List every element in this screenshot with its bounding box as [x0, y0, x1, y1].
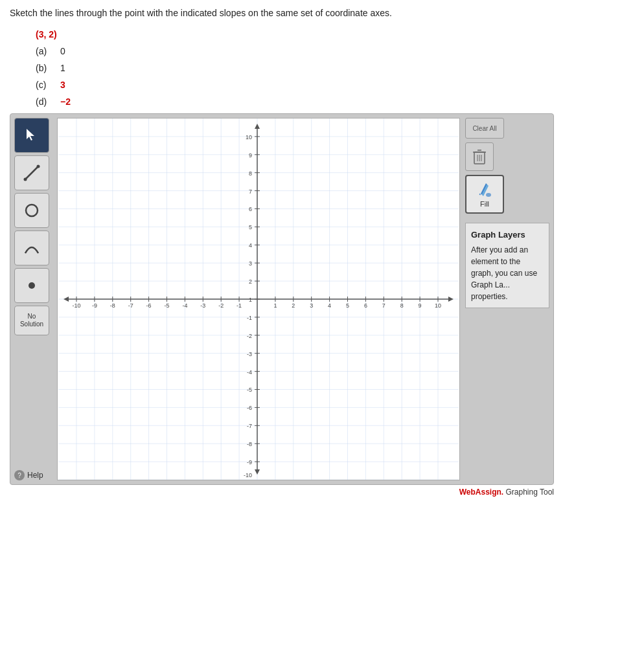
slope-value-d: −2	[60, 96, 71, 107]
svg-text:-7: -7	[247, 423, 252, 429]
svg-text:7: 7	[382, 302, 385, 309]
svg-text:-10: -10	[244, 472, 252, 478]
footer-suffix: Graphing Tool	[506, 488, 555, 497]
graph-svg: -10 -9 -8 -7 -6 -5 -4 -3 -2 -1 1 2 3 4 5…	[58, 118, 459, 480]
delete-button[interactable]	[465, 142, 494, 171]
svg-text:10: 10	[435, 302, 441, 309]
svg-text:10: 10	[246, 134, 252, 140]
parabola-tool-button[interactable]	[14, 230, 49, 265]
svg-text:1: 1	[273, 302, 277, 309]
clear-all-label: Clear All	[472, 125, 496, 132]
svg-text:-8: -8	[247, 441, 252, 447]
svg-text:-4: -4	[182, 302, 187, 309]
graph-layers-panel: Graph Layers After you add an element to…	[465, 223, 549, 308]
slope-label-c: (c)	[36, 80, 55, 90]
circle-icon	[23, 201, 41, 219]
line-icon	[23, 164, 41, 182]
svg-text:-2: -2	[218, 302, 224, 309]
svg-text:-9: -9	[92, 302, 97, 309]
svg-text:-1: -1	[247, 315, 252, 321]
instruction-text: Sketch the lines through the point with …	[10, 6, 634, 20]
svg-text:8: 8	[400, 302, 404, 309]
graph-area[interactable]: -10 -9 -8 -7 -6 -5 -4 -3 -2 -1 1 2 3 4 5…	[57, 118, 460, 480]
svg-line-1	[25, 166, 38, 179]
svg-text:9: 9	[249, 152, 252, 159]
trash-icon	[472, 148, 487, 165]
slope-label-b: (b)	[36, 63, 55, 73]
svg-point-2	[24, 178, 27, 181]
line-tool-button[interactable]	[14, 155, 49, 190]
svg-text:-7: -7	[128, 302, 133, 309]
svg-text:-1: -1	[236, 302, 242, 309]
right-controls: Clear All Fill	[465, 118, 549, 214]
svg-text:-3: -3	[200, 302, 205, 309]
webassign-brand: WebAssign.	[459, 488, 503, 497]
svg-point-3	[37, 165, 40, 168]
svg-text:7: 7	[249, 188, 252, 195]
help-label: Help	[27, 471, 43, 480]
svg-text:5: 5	[249, 224, 252, 230]
svg-point-4	[26, 205, 38, 216]
svg-text:-8: -8	[110, 302, 115, 309]
fill-icon	[476, 181, 494, 199]
slope-row-d: (d) −2	[36, 96, 634, 107]
slope-value-c: 3	[60, 80, 65, 90]
point-label: (3, 2)	[36, 29, 634, 39]
svg-text:4: 4	[328, 302, 331, 309]
svg-text:-10: -10	[73, 302, 81, 309]
svg-text:3: 3	[249, 260, 252, 267]
right-panel: Clear All Fill	[465, 118, 549, 480]
slope-value-b: 1	[60, 63, 65, 73]
clear-all-button[interactable]: Clear All	[465, 118, 504, 139]
svg-text:-6: -6	[146, 302, 152, 309]
graphing-tool: NoSolution ? Help	[10, 113, 554, 485]
slope-value-a: 0	[60, 46, 65, 56]
svg-text:-2: -2	[247, 333, 252, 339]
slope-row-b: (b) 1	[36, 63, 634, 73]
svg-text:5: 5	[346, 302, 349, 309]
graph-layers-text: After you add an element to the graph, y…	[471, 244, 544, 302]
svg-text:4: 4	[249, 242, 252, 249]
svg-text:1: 1	[249, 297, 252, 303]
svg-marker-0	[27, 129, 34, 140]
slope-label-a: (a)	[36, 46, 55, 56]
parabola-icon	[23, 239, 41, 257]
no-solution-label: NoSolution	[20, 313, 43, 328]
fill-button[interactable]: Fill	[465, 175, 504, 214]
no-solution-button[interactable]: NoSolution	[14, 306, 49, 335]
svg-text:3: 3	[310, 302, 313, 309]
graph-layers-title: Graph Layers	[471, 229, 544, 242]
toolbar-top: NoSolution	[14, 118, 52, 465]
svg-text:-3: -3	[247, 351, 252, 357]
footer: WebAssign. Graphing Tool	[10, 488, 554, 497]
pointer-tool-button[interactable]	[14, 118, 49, 153]
svg-text:9: 9	[419, 302, 422, 309]
toolbar-inner: NoSolution ? Help	[14, 118, 52, 480]
svg-text:-9: -9	[247, 459, 252, 466]
slope-row-a: (a) 0	[36, 46, 634, 56]
svg-point-141	[486, 193, 491, 197]
point-icon	[23, 276, 41, 295]
svg-text:-4: -4	[247, 369, 252, 376]
point-tool-button[interactable]	[14, 268, 49, 303]
circle-tool-button[interactable]	[14, 193, 49, 228]
svg-text:2: 2	[249, 278, 252, 285]
svg-text:-5: -5	[247, 387, 252, 393]
slope-label-d: (d)	[36, 96, 55, 107]
svg-text:-5: -5	[165, 302, 170, 309]
help-icon: ?	[14, 470, 25, 480]
svg-text:-6: -6	[247, 405, 252, 411]
toolbar: NoSolution ? Help	[14, 118, 52, 480]
svg-text:8: 8	[249, 170, 252, 177]
fill-label: Fill	[480, 200, 489, 208]
svg-text:6: 6	[249, 206, 252, 212]
slope-row-c: (c) 3	[36, 80, 634, 90]
svg-text:2: 2	[292, 302, 295, 309]
help-button[interactable]: ? Help	[14, 465, 52, 480]
svg-text:6: 6	[364, 302, 367, 309]
pointer-icon	[24, 128, 40, 143]
svg-point-7	[29, 282, 35, 289]
